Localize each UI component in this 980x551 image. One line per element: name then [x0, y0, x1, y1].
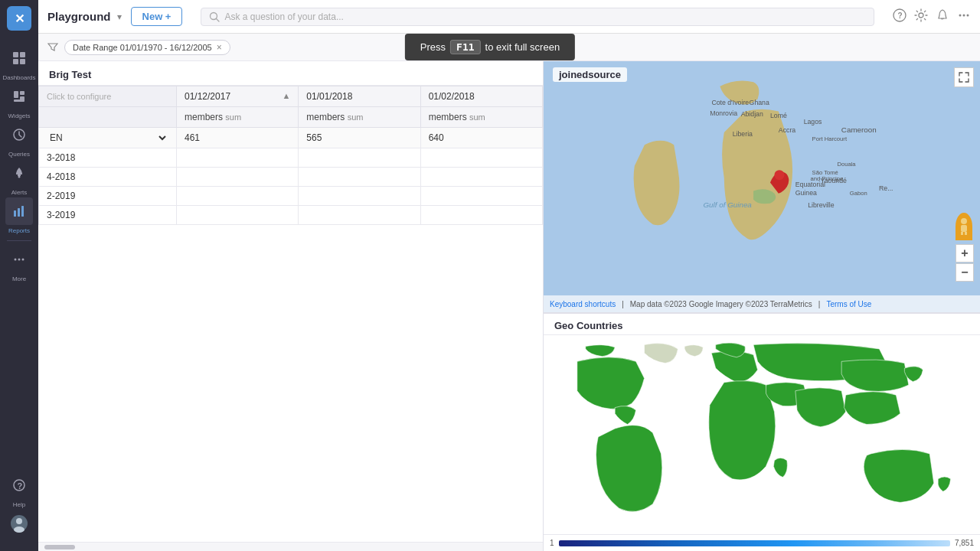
horizontal-scrollbar[interactable]: [38, 542, 543, 551]
svg-rect-5: [20, 91, 24, 95]
main-content: Playground ▾ New + Ask a question of you…: [38, 0, 980, 551]
svg-rect-53: [961, 225, 967, 232]
sum-label-2: sum: [348, 112, 364, 122]
data-table-container[interactable]: Click to configure 01/12/2017 ▲ 01/01/20…: [38, 86, 543, 542]
svg-text:Gulf of Guinea: Gulf of Guinea: [703, 201, 752, 209]
members-label-2: members: [306, 112, 347, 122]
f11-key-badge: F11: [450, 40, 480, 54]
map-fullscreen-button[interactable]: [954, 67, 974, 87]
date-range-filter[interactable]: Date Range 01/01/1970 - 16/12/2005 ×: [64, 40, 230, 55]
date-3-value: 01/02/2018: [429, 91, 475, 102]
svg-rect-12: [18, 208, 20, 217]
svg-text:Liberia: Liberia: [733, 130, 753, 138]
map-data-attribution: Map data ©2023 Google Imagery ©2023 Terr…: [630, 300, 812, 308]
new-button[interactable]: New +: [131, 7, 183, 26]
members-label-3: members: [429, 112, 469, 122]
svg-text:Douala: Douala: [837, 161, 856, 168]
svg-text:Re...: Re...: [879, 184, 893, 192]
sidebar-item-alerts[interactable]: [5, 159, 33, 187]
map-svg: Gulf of Guinea Liberia Accra Lagos Port …: [544, 61, 980, 312]
topbar: Playground ▾ New + Ask a question of you…: [38, 0, 980, 34]
app-logo[interactable]: ✕: [7, 6, 31, 31]
subheader-empty: [39, 107, 177, 128]
date-2-value: 01/01/2018: [306, 91, 352, 102]
title-dropdown-arrow[interactable]: ▾: [117, 11, 122, 22]
en-select-cell[interactable]: EN: [39, 128, 177, 148]
search-placeholder: Ask a question of your data...: [224, 11, 343, 22]
en-val-2: 565: [299, 128, 420, 148]
alerts-label: Alerts: [11, 189, 27, 196]
sidebar-item-user[interactable]: [5, 510, 33, 537]
scale-gradient-bar: [559, 540, 950, 546]
sidebar-item-help[interactable]: ?: [5, 471, 33, 499]
map-widget[interactable]: joinedsource G: [544, 61, 980, 314]
table-row: 3-2019: [39, 206, 543, 225]
data-table: Click to configure 01/12/2017 ▲ 01/01/20…: [38, 86, 543, 225]
settings-icon[interactable]: [914, 8, 928, 25]
svg-text:Gabon: Gabon: [850, 190, 867, 197]
scroll-thumb[interactable]: [44, 545, 75, 549]
help-label: Help: [13, 501, 25, 508]
configure-col-header: Click to configure: [39, 86, 177, 107]
ellipsis-icon: [957, 8, 971, 22]
question-icon: ?: [893, 8, 906, 22]
svg-point-20: [16, 518, 22, 524]
svg-text:?: ?: [898, 11, 903, 20]
brig-test-title: Brig Test: [38, 61, 543, 86]
sort-icon-1[interactable]: ▲: [282, 91, 290, 100]
zoom-in-button[interactable]: +: [956, 244, 974, 262]
notification-icon[interactable]: [936, 8, 949, 25]
en-val-3: 640: [420, 128, 542, 148]
en-row: EN 461 565 640: [39, 128, 543, 148]
zoom-out-button[interactable]: −: [956, 263, 974, 282]
date-col-3: 01/02/2018: [420, 86, 542, 107]
en-select-dropdown[interactable]: EN: [47, 132, 168, 144]
configure-label: Click to configure: [47, 92, 111, 101]
sidebar-item-queries[interactable]: [5, 121, 33, 148]
page-title: Playground: [47, 10, 111, 23]
svg-point-29: [967, 14, 969, 16]
alerts-icon: [11, 165, 27, 181]
world-choropleth-map: [544, 335, 980, 530]
sidebar-divider: [7, 240, 31, 241]
row-2-val-1: [299, 187, 420, 206]
map-background: Gulf of Guinea Liberia Accra Lagos Port …: [544, 61, 980, 312]
sidebar-item-more[interactable]: [5, 246, 33, 273]
more-options-icon[interactable]: [957, 8, 971, 25]
svg-point-21: [14, 527, 24, 533]
color-scale: 1 7,851: [544, 534, 980, 551]
person-icon: [958, 217, 970, 236]
map-widget-title: joinedsource: [553, 67, 627, 82]
topbar-actions: ?: [893, 8, 971, 25]
widgets-label: Widgets: [8, 112, 31, 119]
filter-remove-icon[interactable]: ×: [217, 42, 222, 53]
terms-of-use-link[interactable]: Terms of Use: [826, 300, 871, 308]
svg-rect-4: [14, 91, 18, 98]
help-icon: ?: [11, 478, 27, 493]
svg-text:and Príncipe: and Príncipe: [810, 175, 843, 182]
fullscreen-toast: Press F11 to exit full screen: [405, 34, 575, 60]
sidebar-item-reports[interactable]: [5, 197, 33, 225]
svg-text:São Tomé: São Tomé: [812, 169, 838, 176]
row-1-val-0: [177, 168, 299, 187]
search-bar[interactable]: Ask a question of your data...: [201, 8, 874, 26]
svg-rect-7: [20, 96, 24, 100]
members-sum-3: members sum: [420, 107, 542, 128]
svg-rect-3: [20, 59, 25, 64]
sidebar-item-widgets[interactable]: [5, 83, 33, 110]
fullscreen-icon: [959, 72, 969, 83]
date-col-2: 01/01/2018: [299, 86, 420, 107]
table-row: 4-2018: [39, 168, 543, 187]
bell-icon: [936, 8, 949, 22]
table-header-row: Click to configure 01/12/2017 ▲ 01/01/20…: [39, 86, 543, 107]
row-2-val-2: [420, 187, 542, 206]
streetview-person[interactable]: [956, 213, 972, 240]
keyboard-shortcuts-link[interactable]: Keyboard shortcuts: [550, 300, 616, 308]
help-circle-icon[interactable]: ?: [893, 8, 906, 25]
members-sum-1: members sum: [177, 107, 299, 128]
sum-label-1: sum: [225, 112, 241, 122]
svg-text:Lagos: Lagos: [804, 118, 822, 126]
table-row: 2-2019: [39, 187, 543, 206]
sidebar-item-dashboards[interactable]: [5, 44, 33, 72]
more-label: More: [12, 276, 26, 282]
